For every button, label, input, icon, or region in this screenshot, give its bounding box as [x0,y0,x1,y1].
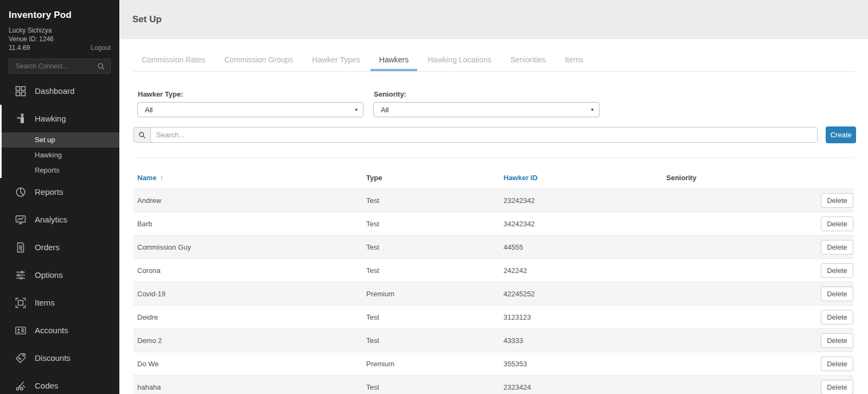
sidebar-item-accounts[interactable]: Accounts [0,316,119,344]
search-box[interactable] [133,127,818,143]
delete-button[interactable]: Delete [821,217,853,231]
cell-hawker-id: 42245252 [503,290,666,298]
cell-name: Covid-19 [133,290,366,298]
cell-name: Andrew [133,196,366,205]
cell-name: Corona [133,266,366,275]
sidebar-header: Inventory Pod Lucky Sichizya Venue ID: 1… [0,0,119,74]
cell-name: hahaha [133,383,366,391]
search-icon-box [134,128,151,142]
sidebar-search-input[interactable] [15,62,97,71]
cell-hawker-id: 34242342 [503,220,666,228]
cell-type: Test [366,243,503,251]
column-header-seniority: Seniority [666,174,820,182]
sidebar-subitem-set-up[interactable]: Set up [0,132,119,148]
search-input[interactable] [151,128,817,142]
delete-button[interactable]: Delete [821,240,853,255]
sidebar-nav: Dashboard Haw [0,77,119,394]
hawker-type-label: Hawker Type: [138,90,363,98]
cell-hawker-id: 355353 [503,360,666,368]
seniority-label: Seniority: [374,90,599,98]
sidebar-item-items[interactable]: Items [0,289,119,316]
search-row: Create [133,126,856,143]
sidebar-search[interactable] [9,59,111,74]
accounts-icon [15,325,26,336]
cell-hawker-id: 44555 [503,243,666,251]
cell-name: Demo 2 [133,336,366,345]
create-button[interactable]: Create [826,126,856,143]
cell-name: Commission Guy [133,243,366,251]
tab-seniorities[interactable]: Seniorities [502,55,554,71]
sidebar-item-dashboard[interactable]: Dashboard [0,77,119,105]
column-header-name[interactable]: Name↑ [133,174,366,182]
cell-hawker-id: 242242 [503,266,666,275]
sidebar-subitem-hawking[interactable]: Hawking [0,148,119,163]
column-header-hawker-id[interactable]: Hawker ID [503,174,666,182]
tab-hawker-types[interactable]: Hawker Types [303,55,368,71]
table-row[interactable]: Demo 2 Test 43333 Delete [133,328,853,352]
tab-items[interactable]: Items [556,55,592,71]
search-icon [97,62,105,71]
sidebar-item-analytics[interactable]: Analytics [0,206,119,233]
cell-type: Test [366,383,503,391]
delete-button[interactable]: Delete [821,193,853,208]
cell-hawker-id: 2323424 [503,383,666,391]
sidebar-item-reports[interactable]: Reports [0,178,119,206]
seniority-select[interactable]: All ▾ [373,102,599,117]
seniority-value: All [381,106,388,114]
tab-commission-groups[interactable]: Commission Groups [215,55,302,71]
delete-button[interactable]: Delete [821,287,853,301]
chevron-down-icon: ▾ [591,107,593,112]
delete-button[interactable]: Delete [821,333,853,348]
table-row[interactable]: Covid-19 Premium 42245252 Delete [133,282,853,305]
sidebar-item-orders[interactable]: Orders [0,233,119,261]
sidebar-subitem-reports[interactable]: Reports [0,163,119,178]
cell-hawker-id: 3123123 [503,313,666,321]
codes-icon [15,380,26,391]
cell-type: Test [366,196,503,205]
pie-chart-icon [15,187,26,198]
sidebar-item-hawking[interactable]: Hawking [0,105,119,132]
hawker-type-filter: Hawker Type: All ▾ [137,90,363,117]
hawkers-table: Name↑ Type Hawker ID Seniority Andrew Te… [133,157,853,394]
sidebar-item-discounts[interactable]: $ Discounts [0,344,119,372]
column-header-type: Type [366,174,503,182]
sidebar-item-options[interactable]: Options [0,261,119,289]
hawker-type-value: All [145,106,152,114]
table-row[interactable]: Deidre Test 3123123 Delete [133,305,853,328]
delete-button[interactable]: Delete [821,380,853,394]
hawker-type-select[interactable]: All ▾ [137,102,363,117]
table-row[interactable]: Corona Test 242242 Delete [133,258,853,282]
cell-type: Test [366,266,503,275]
delete-button[interactable]: Delete [821,263,853,278]
app-version: 11.4.69 [9,43,30,52]
tab-hawking-locations[interactable]: Hawking Locations [419,55,500,71]
table-row[interactable]: Andrew Test 23242342 Delete [133,188,853,212]
tab-bar: Commission Rates Commission Groups Hawke… [133,55,854,72]
sidebar-item-codes[interactable]: Codes [0,372,119,394]
app-root: Inventory Pod Lucky Sichizya Venue ID: 1… [0,0,868,394]
delete-button[interactable]: Delete [821,357,853,371]
page-header: Set Up [119,0,868,39]
main-content: Set Up Commission Rates Commission Group… [119,0,868,394]
cell-hawker-id: 43333 [503,336,666,345]
table-header: Name↑ Type Hawker ID Seniority [133,158,853,188]
cell-hawker-id: 23242342 [503,196,666,205]
sidebar: Inventory Pod Lucky Sichizya Venue ID: 1… [0,0,119,394]
cell-type: Test [366,336,503,345]
table-row[interactable]: Commission Guy Test 44555 Delete [133,235,853,258]
delete-button[interactable]: Delete [821,310,853,325]
table-body: Andrew Test 23242342 Delete Barb Test 34… [133,188,853,394]
sidebar-group-hawking: Hawking Set up Hawking Reports [0,105,119,178]
dashboard-icon [15,86,26,97]
logout-link[interactable]: Logout [91,43,111,52]
options-icon [15,270,26,281]
cell-type: Premium [366,360,503,368]
tab-hawkers[interactable]: Hawkers [371,55,417,71]
tab-commission-rates[interactable]: Commission Rates [133,55,214,71]
cell-name: Do We [133,360,366,368]
table-row[interactable]: hahaha Test 2323424 Delete [133,375,853,394]
filter-bar: Hawker Type: All ▾ Seniority: All ▾ [137,90,868,117]
table-row[interactable]: Barb Test 34242342 Delete [133,212,853,235]
table-row[interactable]: Do We Premium 355353 Delete [133,352,853,375]
hawker-icon [15,113,26,124]
